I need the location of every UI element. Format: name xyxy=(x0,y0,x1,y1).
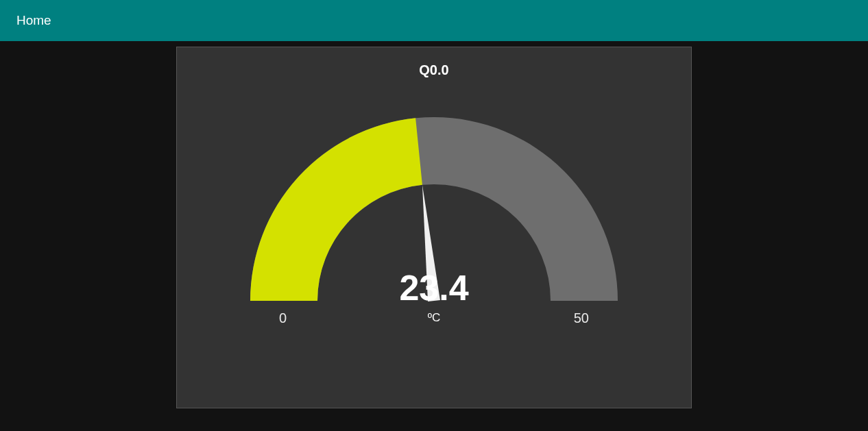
navbar: Home xyxy=(0,0,868,41)
main-content: Q0.0 0 50 23.4 ºC xyxy=(0,41,868,408)
gauge-value: 23.4 xyxy=(250,267,618,308)
gauge-panel: Q0.0 0 50 23.4 ºC xyxy=(176,47,692,408)
gauge-wrapper: 0 50 23.4 ºC xyxy=(250,112,618,318)
nav-home-link[interactable]: Home xyxy=(16,13,51,28)
gauge-unit: ºC xyxy=(250,311,618,325)
gauge-title: Q0.0 xyxy=(419,62,448,78)
